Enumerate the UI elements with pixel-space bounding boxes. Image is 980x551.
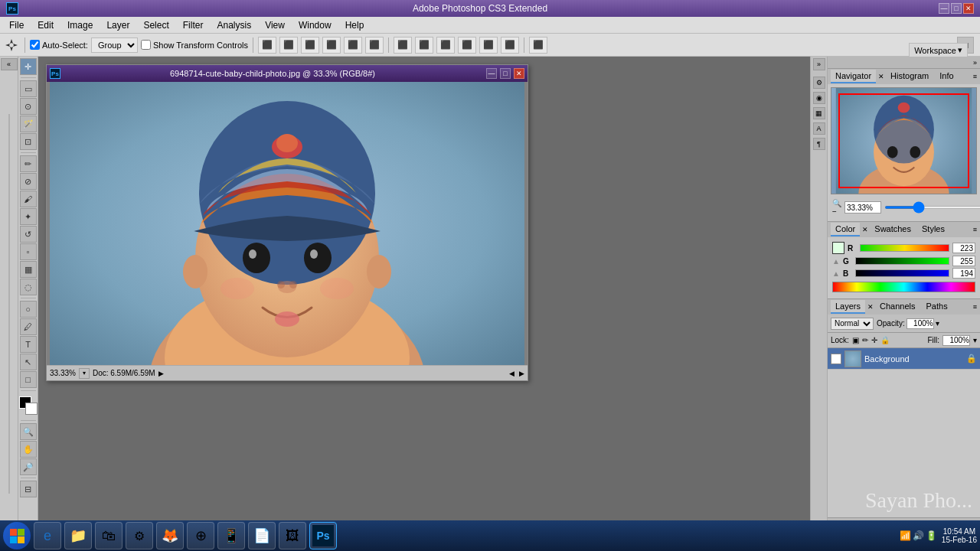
workspace-button[interactable]: Workspace ▾: [909, 43, 968, 57]
scroll-right-arrow[interactable]: ▶: [519, 370, 524, 377]
path-select-tool[interactable]: ↖: [20, 354, 37, 370]
opacity-arrow[interactable]: ▾: [936, 319, 939, 328]
gradient-tool[interactable]: ▦: [20, 261, 37, 278]
taskbar-store-button[interactable]: 🛍: [95, 522, 122, 549]
shape-tool[interactable]: □: [20, 371, 37, 388]
background-color[interactable]: [25, 403, 38, 415]
menu-help[interactable]: Help: [339, 18, 371, 32]
tab-styles[interactable]: Styles: [917, 223, 949, 236]
crop-tool[interactable]: ⊡: [20, 133, 37, 150]
scroll-left-arrow[interactable]: ◀: [509, 370, 514, 377]
layer-row-background[interactable]: 👁 Background 🔒: [828, 348, 980, 370]
tab-histogram[interactable]: Histogram: [886, 70, 933, 83]
tool-preset-button[interactable]: ⚙: [813, 77, 825, 89]
document-minimize-button[interactable]: —: [486, 68, 497, 79]
tab-paths[interactable]: Paths: [922, 300, 952, 314]
auto-select-dropdown[interactable]: Group Layer: [91, 37, 138, 53]
layers-panel-menu[interactable]: ≡: [973, 303, 977, 311]
zoom-tool-2[interactable]: 🔎: [20, 458, 37, 475]
align-left-button[interactable]: ⬛: [258, 37, 276, 54]
color-tab-close[interactable]: ✕: [862, 226, 868, 233]
navigator-tab-close[interactable]: ✕: [878, 73, 884, 80]
distribute-bottom-button[interactable]: ⬛: [501, 37, 519, 54]
right-panel-collapse-button[interactable]: »: [972, 59, 978, 67]
tray-battery-icon[interactable]: 🔋: [926, 530, 937, 541]
menu-edit[interactable]: Edit: [31, 18, 60, 32]
taskbar-photos-button[interactable]: 🖼: [279, 522, 306, 549]
tab-channels[interactable]: Channels: [875, 300, 920, 314]
clone-tool[interactable]: ✦: [20, 208, 37, 225]
eyedropper-tool[interactable]: ✏: [20, 155, 37, 172]
taskbar-firefox-button[interactable]: 🦊: [156, 522, 184, 549]
r-value-input[interactable]: 223: [952, 243, 975, 253]
lock-position-icon[interactable]: ✛: [871, 336, 877, 344]
foreground-color-swatch[interactable]: [832, 242, 844, 254]
taskbar-word-button[interactable]: 📄: [248, 522, 276, 549]
document-canvas[interactable]: [47, 82, 528, 365]
tab-info[interactable]: Info: [935, 70, 958, 83]
tool-options-button[interactable]: ▦: [813, 107, 825, 119]
left-panel-collapse-button[interactable]: «: [1, 58, 18, 70]
menu-select[interactable]: Select: [137, 18, 175, 32]
align-center-h-button[interactable]: ⬛: [279, 37, 298, 54]
paragraph-button[interactable]: ¶: [813, 138, 825, 150]
menu-view[interactable]: View: [259, 18, 291, 32]
taskbar-ps-button[interactable]: Ps: [309, 522, 337, 549]
taskbar-app1-button[interactable]: 📱: [217, 522, 245, 549]
tab-navigator[interactable]: Navigator: [831, 70, 876, 83]
align-middle-button[interactable]: ⬛: [344, 37, 362, 54]
distribute-middle-button[interactable]: ⬛: [479, 37, 498, 54]
pen-tool[interactable]: 🖊: [20, 318, 37, 335]
color-panel-menu[interactable]: ≡: [973, 226, 977, 233]
minimize-button[interactable]: —: [939, 3, 949, 14]
navigator-panel-menu[interactable]: ≡: [973, 73, 977, 80]
lock-image-icon[interactable]: ✏: [862, 336, 868, 344]
horizontal-scrollbar[interactable]: [516, 370, 518, 377]
tray-network-icon[interactable]: 📶: [900, 530, 911, 541]
lock-transparent-icon[interactable]: ▣: [852, 336, 859, 344]
distribute-left-button[interactable]: ⬛: [394, 37, 412, 54]
scroll-arrow-right[interactable]: ▶: [158, 370, 164, 377]
zoom-input[interactable]: 33.33%: [844, 201, 881, 214]
zoom-arrow-button[interactable]: ▾: [79, 368, 90, 379]
align-top-button[interactable]: ⬛: [322, 37, 341, 54]
auto-select-checkbox[interactable]: [30, 40, 40, 50]
marquee-tool[interactable]: ▭: [20, 80, 37, 97]
tab-color[interactable]: Color: [831, 223, 860, 236]
screen-mode-tool[interactable]: ⊟: [20, 481, 37, 497]
tray-volume-icon[interactable]: 🔊: [913, 530, 924, 541]
menu-analysis[interactable]: Analysis: [211, 18, 257, 32]
zoom-slider[interactable]: [884, 206, 980, 209]
distribute-center-h-button[interactable]: ⬛: [415, 37, 433, 54]
taskbar-settings-button[interactable]: ⚙: [126, 522, 153, 549]
document-close-button[interactable]: ✕: [514, 68, 524, 79]
close-button[interactable]: ✕: [963, 3, 974, 14]
distribute-right-button[interactable]: ⬛: [436, 37, 455, 54]
show-transform-checkbox[interactable]: [141, 40, 151, 50]
taskbar-ie-button[interactable]: e: [34, 522, 61, 549]
taskbar-folder-button[interactable]: 📁: [64, 522, 92, 549]
zoom-out-icon[interactable]: 🔍−: [832, 199, 841, 216]
align-bottom-button[interactable]: ⬛: [365, 37, 384, 54]
menu-filter[interactable]: Filter: [177, 18, 210, 32]
layers-tab-close[interactable]: ✕: [867, 303, 874, 311]
move-tool-icon[interactable]: [3, 37, 20, 54]
blur-tool[interactable]: ◌: [20, 279, 37, 295]
brush-preset-button[interactable]: ◉: [813, 92, 825, 104]
start-button[interactable]: [3, 522, 31, 549]
b-value-input[interactable]: 194: [952, 268, 975, 279]
taskbar-chrome-button[interactable]: ⊕: [187, 522, 214, 549]
g-value-input[interactable]: 255: [952, 256, 975, 266]
character-button[interactable]: A: [813, 122, 825, 135]
maximize-button[interactable]: □: [951, 3, 962, 14]
type-tool[interactable]: T: [20, 336, 37, 353]
brush-tool[interactable]: 🖌: [20, 191, 37, 207]
distribute-top-button[interactable]: ⬛: [458, 37, 476, 54]
lock-all-icon[interactable]: 🔒: [880, 336, 890, 344]
move-tool[interactable]: ✛: [20, 58, 37, 75]
zoom-tool[interactable]: 🔍: [20, 423, 37, 440]
fill-arrow[interactable]: ▾: [973, 336, 977, 344]
layer-blend-mode-select[interactable]: Normal Multiply Screen: [831, 318, 874, 330]
menu-window[interactable]: Window: [292, 18, 338, 32]
panel-expand-button[interactable]: »: [813, 58, 825, 70]
